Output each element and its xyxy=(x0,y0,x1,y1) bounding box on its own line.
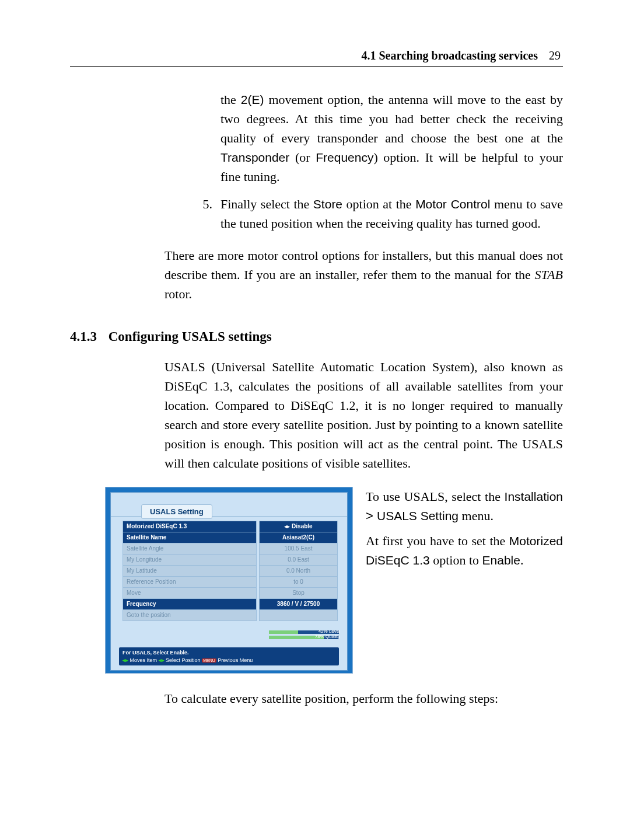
leftright-icon: ◂▸ xyxy=(159,657,164,663)
section-number: 4.1.3 xyxy=(70,329,105,344)
header-rule xyxy=(70,66,563,67)
continued-list: the 2(E) movement option, the antenna wi… xyxy=(192,90,563,304)
setting-value: 0.0 East xyxy=(259,554,338,566)
setting-label: Frequency xyxy=(123,598,257,610)
section-path: 4.1 Searching broadcasting services xyxy=(361,49,538,62)
setting-label: My Latitude xyxy=(123,565,257,577)
setting-value[interactable]: 3860 / V / 27500 xyxy=(259,598,338,610)
setting-label: Move xyxy=(123,587,257,599)
menu-motor-control: Motor Control xyxy=(415,197,490,211)
afterlist-note: There are more motor control options for… xyxy=(164,246,563,304)
followup-line: To calculate every satellite position, p… xyxy=(164,689,563,708)
setting-value: to 0 xyxy=(259,576,338,588)
stab-rotor: STAB xyxy=(535,267,563,282)
setting-value: Stop xyxy=(259,587,338,599)
opt-2e: 2(E) xyxy=(241,93,264,106)
setting-label: Goto the position xyxy=(123,609,257,621)
setting-value[interactable]: Asiasat2(C) xyxy=(259,532,338,543)
setting-value: 0.0 North xyxy=(259,565,338,577)
signal-meters: 42% Level 78% Quality xyxy=(269,630,339,641)
setting-label: Reference Position xyxy=(123,576,257,588)
setting-value[interactable]: Disable xyxy=(259,521,338,532)
dialog-title: USALS Setting xyxy=(141,504,212,519)
settings-values: DisableAsiasat2(C)100.5 East0.0 East0.0 … xyxy=(259,521,338,621)
running-header: 4.1 Searching broadcasting services 29 xyxy=(70,49,563,62)
setting-label: Satellite Angle xyxy=(123,543,257,555)
updown-icon: ◂▸ xyxy=(123,657,128,663)
page-number: 29 xyxy=(549,49,561,62)
setting-value: 100.5 East xyxy=(259,543,338,555)
manual-page: 4.1 Searching broadcasting services 29 t… xyxy=(0,0,630,840)
opt-frequency: Frequency xyxy=(316,151,373,164)
setting-value xyxy=(259,609,338,621)
menu-usals-setting: USALS Setting xyxy=(377,509,459,522)
setting-label: Motorized DiSEqC 1.3 xyxy=(123,521,257,532)
figure-row: USALS Setting Motorized DiSEqC 1.3Satell… xyxy=(70,487,563,674)
usals-intro: USALS (Universal Satellite Automatic Loc… xyxy=(164,357,563,473)
menu-icon: MENU xyxy=(202,658,216,663)
setting-label: Satellite Name xyxy=(123,532,257,543)
menu-installation: Installation xyxy=(505,490,563,503)
opt-transponder: Transponder xyxy=(220,151,289,164)
setting-label: My Longitude xyxy=(123,554,257,566)
list-item-5: 5. Finally select the Store option at th… xyxy=(192,194,563,233)
opt-store: Store xyxy=(313,197,342,211)
list-number: 5. xyxy=(192,194,220,233)
opt-enable: Enable xyxy=(482,553,520,567)
continued-item-text: the 2(E) movement option, the antenna wi… xyxy=(220,90,563,186)
help-strip: For USALS, Select Enable. ◂▸ Moves Item … xyxy=(119,647,339,665)
section-heading: 4.1.3 Configuring USALS settings xyxy=(70,329,563,344)
figure-caption: To use USALS, select the Installation > … xyxy=(366,487,563,674)
usals-screenshot: USALS Setting Motorized DiSEqC 1.3Satell… xyxy=(105,487,353,674)
settings-labels: Motorized DiSEqC 1.3Satellite NameSatell… xyxy=(123,521,257,621)
section-title: Configuring USALS settings xyxy=(108,329,272,344)
